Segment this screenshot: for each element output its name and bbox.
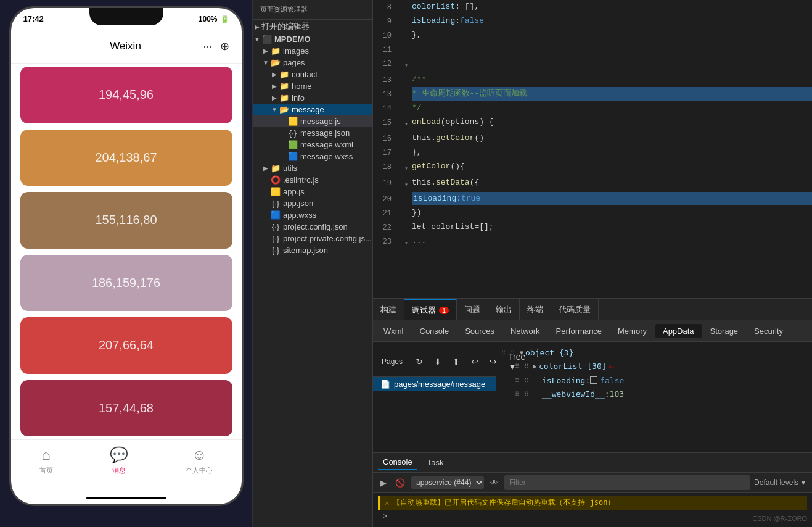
line-arrow — [401, 87, 412, 89]
file-icon: {·} — [287, 128, 298, 138]
tree-item-project-private-config-js---[interactable]: {·}project.private.config.js... — [253, 233, 372, 244]
console-tabs-bar: ConsoleTask — [373, 453, 812, 473]
line-arrow — [401, 206, 412, 209]
drag-icon2-wv: ⠿ — [524, 391, 531, 397]
bottom-tab-构建[interactable]: 构建 — [373, 299, 404, 320]
console-level-label[interactable]: Default levels ▼ — [754, 478, 807, 487]
tree-item-app-json[interactable]: {·}app.json — [253, 197, 372, 209]
tree-item-info[interactable]: ▶📁info — [253, 92, 372, 104]
bottom-tab-输出[interactable]: 输出 — [488, 299, 520, 320]
editor-panel: 8 colorList: [], 9 isLoading:false 10 },… — [373, 0, 812, 527]
tree-item-message-wxss[interactable]: 🟦message.wxss — [253, 151, 372, 162]
more-icon[interactable]: ··· — [203, 40, 212, 53]
arrow: ▶ — [270, 83, 279, 89]
checkbox-isloading[interactable] — [590, 376, 597, 384]
phone-notch — [89, 8, 163, 25]
tree-item-open-editor[interactable]: ▶ 打开的编辑器 — [253, 20, 372, 33]
devtools-tab-wxml[interactable]: Wxml — [376, 324, 411, 338]
line-number: 8 — [373, 0, 401, 14]
code-line-8: 8 colorList: [], — [373, 0, 812, 14]
console-tab-console[interactable]: Console — [378, 455, 417, 470]
file-label: project.private.config.js... — [283, 234, 372, 243]
phone-tab-bar: ⌂首页💬消息☺个人中心 — [11, 439, 242, 492]
tree-item-home[interactable]: ▶📁home — [253, 80, 372, 92]
console-prompt-line[interactable]: > — [378, 510, 807, 522]
console-warning-line: ⚠ 【自动热重载】已开启代码文件保存后自动热重载（不支持 json） — [378, 496, 807, 510]
webviewid-colon: : — [605, 389, 610, 399]
file-icon: 🟦 — [270, 210, 281, 220]
appdata-pages-toolbar: Pages ↻ ⬇ ⬆ ↩ ↪ Tree ▼ — [373, 347, 496, 377]
mpdemo-icon: ⬛ — [261, 35, 273, 44]
tree-item-mpdemo[interactable]: ▼ ⬛ MPDEMO — [253, 33, 372, 45]
tab-label: 终端 — [527, 304, 543, 315]
tree-item-sitemap-json[interactable]: {·}sitemap.json — [253, 244, 372, 256]
arrow: ▶ — [261, 48, 270, 54]
code-line-22: 22 let colorList=[]; — [373, 220, 812, 234]
console-clear-btn[interactable]: 🚫 — [393, 478, 408, 488]
refresh-btn[interactable]: ↻ — [412, 355, 426, 368]
page-item-message[interactable]: 📄 pages/message/message — [373, 377, 496, 391]
explorer-header: 页面资源管理器 — [253, 0, 372, 20]
line-arrow: ▾ — [401, 57, 412, 73]
color-item: 186,159,176 — [20, 255, 232, 312]
console-eye-btn[interactable]: 👁 — [488, 478, 501, 488]
console-filter-input[interactable] — [504, 475, 750, 490]
drag-icon2-cl: ⠿ — [524, 363, 531, 370]
open-editor-arrow: ▶ — [253, 23, 261, 30]
drag-icon-root: ⠿ — [501, 349, 509, 356]
code-line-13: 13 * 生命周期函数--监听页面加载 — [373, 87, 812, 101]
devtools-tab-memory[interactable]: Memory — [610, 324, 654, 338]
tree-item-message-wxml[interactable]: 🟩message.wxml — [253, 139, 372, 151]
bottom-tab-问题[interactable]: 问题 — [457, 299, 488, 320]
devtools-tab-storage[interactable]: Storage — [703, 324, 746, 338]
collapse-btn[interactable]: ⬆ — [449, 355, 463, 368]
devtools-tab-network[interactable]: Network — [503, 324, 547, 338]
drag-icon-wv: ⠿ — [515, 391, 522, 397]
console-tab-task[interactable]: Task — [422, 455, 449, 470]
console-area: ConsoleTask ▶ 🚫 appservice (#44) 👁 Defau… — [373, 452, 812, 527]
file-icon: ⭕ — [270, 175, 281, 185]
console-toolbar: ▶ 🚫 appservice (#44) 👁 Default levels ▼ — [373, 473, 812, 493]
devtools-tab-sources[interactable]: Sources — [457, 324, 502, 338]
line-number: 21 — [373, 206, 401, 220]
devtools-tab-performance[interactable]: Performance — [549, 324, 609, 338]
colorlist-key: colorList [30] — [539, 362, 607, 371]
scan-icon[interactable]: ⊕ — [220, 39, 229, 53]
tree-item-pages[interactable]: ▼📂pages — [253, 57, 372, 68]
chevron-down-icon: ▼ — [800, 478, 807, 487]
expand-colorlist[interactable]: ▶ — [533, 363, 537, 370]
tree-item-contact[interactable]: ▶📁contact — [253, 68, 372, 80]
file-icon: {·} — [270, 222, 281, 231]
tree-item--eslintrc-js[interactable]: ⭕.eslintrc.js — [253, 174, 372, 186]
devtools-tab-security[interactable]: Security — [747, 324, 790, 338]
tree-item-project-config-json[interactable]: {·}project.config.json — [253, 221, 372, 233]
console-expand-btn[interactable]: ▶ — [378, 478, 389, 488]
tree-item-images[interactable]: ▶📁images — [253, 45, 372, 57]
expand-root[interactable]: ▼ — [520, 349, 523, 356]
expand-btn[interactable]: ⬇ — [431, 355, 445, 368]
line-content: let colorList=[]; — [412, 220, 812, 234]
line-number: 17 — [373, 146, 401, 160]
bottom-tab-代码质量[interactable]: 代码质量 — [551, 299, 599, 320]
bottom-tab-终端[interactable]: 终端 — [520, 299, 551, 320]
console-service-select[interactable]: appservice (#44) — [411, 476, 484, 489]
tree-item-utils[interactable]: ▶📁utils — [253, 162, 372, 174]
tree-item-app-js[interactable]: 🟨app.js — [253, 186, 372, 197]
devtools-tab-appdata[interactable]: AppData — [655, 324, 702, 338]
tree-item-message-js[interactable]: 🟨message.js — [253, 115, 372, 127]
bottom-tab-调试器[interactable]: 调试器1 — [404, 299, 457, 320]
phone-panel: 17:42 100% 🔋 Weixin ··· ⊕ 194,45,96204,1… — [0, 0, 253, 527]
arrow: ▶ — [270, 71, 279, 78]
devtools-tab-console[interactable]: Console — [412, 324, 457, 338]
undo-btn[interactable]: ↩ — [468, 355, 482, 368]
tree-item-message-json[interactable]: {·}message.json — [253, 127, 372, 139]
line-arrow: ▾ — [401, 115, 412, 131]
phone-tab-消息[interactable]: 💬消息 — [110, 446, 128, 475]
phone-nav-bar: Weixin ··· ⊕ — [11, 30, 242, 64]
isloading-key: isLoading — [542, 376, 585, 385]
tree-item-message[interactable]: ▼📂message — [253, 104, 372, 115]
color-item: 155,116,80 — [20, 192, 232, 249]
phone-tab-个人中心[interactable]: ☺个人中心 — [186, 446, 213, 475]
phone-tab-首页[interactable]: ⌂首页 — [39, 446, 53, 475]
tree-item-app-wxss[interactable]: 🟦app.wxss — [253, 209, 372, 221]
